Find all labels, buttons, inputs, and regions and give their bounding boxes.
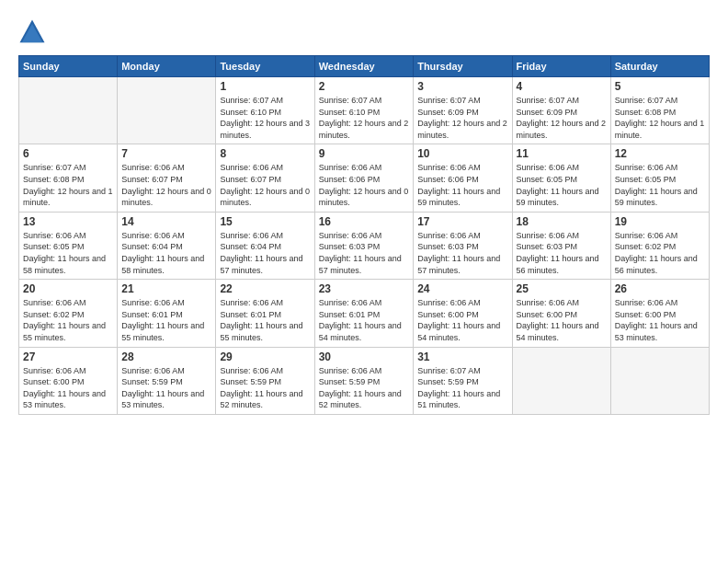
day-info: Sunrise: 6:07 AM Sunset: 6:08 PM Dayligh… (615, 95, 705, 141)
day-number: 27 (23, 350, 113, 363)
calendar-cell: 25Sunrise: 6:06 AM Sunset: 6:00 PM Dayli… (512, 280, 610, 347)
day-info: Sunrise: 6:06 AM Sunset: 6:00 PM Dayligh… (615, 297, 705, 343)
day-info: Sunrise: 6:07 AM Sunset: 6:08 PM Dayligh… (23, 162, 113, 208)
day-number: 26 (615, 282, 705, 295)
day-info: Sunrise: 6:06 AM Sunset: 6:03 PM Dayligh… (517, 230, 607, 276)
day-info: Sunrise: 6:06 AM Sunset: 6:01 PM Dayligh… (121, 297, 211, 343)
day-info: Sunrise: 6:06 AM Sunset: 6:03 PM Dayligh… (417, 230, 507, 276)
weekday-monday: Monday (118, 56, 216, 77)
day-number: 31 (417, 350, 507, 363)
day-number: 13 (23, 215, 113, 228)
day-info: Sunrise: 6:06 AM Sunset: 6:05 PM Dayligh… (615, 162, 705, 208)
calendar-cell: 17Sunrise: 6:06 AM Sunset: 6:03 PM Dayli… (414, 212, 512, 279)
day-info: Sunrise: 6:07 AM Sunset: 6:09 PM Dayligh… (417, 95, 507, 141)
day-info: Sunrise: 6:06 AM Sunset: 6:01 PM Dayligh… (319, 297, 409, 343)
calendar-cell: 10Sunrise: 6:06 AM Sunset: 6:06 PM Dayli… (414, 144, 512, 212)
day-info: Sunrise: 6:06 AM Sunset: 6:00 PM Dayligh… (517, 297, 607, 343)
day-info: Sunrise: 6:06 AM Sunset: 6:07 PM Dayligh… (220, 162, 310, 208)
week-row-3: 13Sunrise: 6:06 AM Sunset: 6:05 PM Dayli… (19, 212, 710, 279)
day-info: Sunrise: 6:06 AM Sunset: 6:00 PM Dayligh… (23, 365, 113, 411)
calendar-cell: 31Sunrise: 6:07 AM Sunset: 5:59 PM Dayli… (414, 347, 512, 414)
day-number: 10 (417, 147, 507, 160)
day-number: 1 (220, 80, 310, 93)
day-number: 2 (319, 80, 409, 93)
day-number: 30 (319, 350, 409, 363)
calendar-cell (19, 77, 118, 144)
day-info: Sunrise: 6:06 AM Sunset: 5:59 PM Dayligh… (121, 365, 211, 411)
day-number: 6 (23, 147, 113, 160)
calendar-cell: 3Sunrise: 6:07 AM Sunset: 6:09 PM Daylig… (414, 77, 512, 144)
calendar-cell: 20Sunrise: 6:06 AM Sunset: 6:02 PM Dayli… (19, 280, 118, 347)
day-info: Sunrise: 6:06 AM Sunset: 6:06 PM Dayligh… (417, 162, 507, 208)
weekday-thursday: Thursday (414, 56, 512, 77)
calendar-cell: 8Sunrise: 6:06 AM Sunset: 6:07 PM Daylig… (216, 144, 314, 212)
calendar-cell: 21Sunrise: 6:06 AM Sunset: 6:01 PM Dayli… (118, 280, 216, 347)
calendar-cell: 26Sunrise: 6:06 AM Sunset: 6:00 PM Dayli… (610, 280, 709, 347)
day-info: Sunrise: 6:07 AM Sunset: 6:10 PM Dayligh… (220, 95, 310, 141)
day-number: 24 (417, 282, 507, 295)
calendar-cell: 14Sunrise: 6:06 AM Sunset: 6:04 PM Dayli… (118, 212, 216, 279)
day-number: 9 (319, 147, 409, 160)
calendar-cell: 9Sunrise: 6:06 AM Sunset: 6:06 PM Daylig… (314, 144, 413, 212)
day-info: Sunrise: 6:06 AM Sunset: 6:05 PM Dayligh… (23, 230, 113, 276)
calendar-cell: 13Sunrise: 6:06 AM Sunset: 6:05 PM Dayli… (19, 212, 118, 279)
calendar-cell: 28Sunrise: 6:06 AM Sunset: 5:59 PM Dayli… (118, 347, 216, 414)
day-info: Sunrise: 6:06 AM Sunset: 6:07 PM Dayligh… (121, 162, 211, 208)
week-row-1: 1Sunrise: 6:07 AM Sunset: 6:10 PM Daylig… (19, 77, 710, 144)
day-number: 22 (220, 282, 310, 295)
calendar-cell: 1Sunrise: 6:07 AM Sunset: 6:10 PM Daylig… (216, 77, 314, 144)
calendar-cell: 4Sunrise: 6:07 AM Sunset: 6:09 PM Daylig… (512, 77, 610, 144)
day-number: 8 (220, 147, 310, 160)
calendar-cell: 7Sunrise: 6:06 AM Sunset: 6:07 PM Daylig… (118, 144, 216, 212)
day-number: 25 (517, 282, 607, 295)
calendar-cell: 5Sunrise: 6:07 AM Sunset: 6:08 PM Daylig… (610, 77, 709, 144)
day-info: Sunrise: 6:06 AM Sunset: 5:59 PM Dayligh… (319, 365, 409, 411)
calendar-cell: 29Sunrise: 6:06 AM Sunset: 5:59 PM Dayli… (216, 347, 314, 414)
day-number: 21 (121, 282, 211, 295)
weekday-header-row: SundayMondayTuesdayWednesdayThursdayFrid… (19, 56, 710, 77)
day-info: Sunrise: 6:06 AM Sunset: 6:05 PM Dayligh… (517, 162, 607, 208)
day-number: 5 (615, 80, 705, 93)
calendar-table: SundayMondayTuesdayWednesdayThursdayFrid… (18, 55, 710, 415)
logo-icon (18, 18, 46, 46)
calendar-cell: 27Sunrise: 6:06 AM Sunset: 6:00 PM Dayli… (19, 347, 118, 414)
day-info: Sunrise: 6:06 AM Sunset: 5:59 PM Dayligh… (220, 365, 310, 411)
day-info: Sunrise: 6:06 AM Sunset: 6:04 PM Dayligh… (121, 230, 211, 276)
day-number: 3 (417, 80, 507, 93)
calendar-cell (118, 77, 216, 144)
calendar-cell: 23Sunrise: 6:06 AM Sunset: 6:01 PM Dayli… (314, 280, 413, 347)
calendar-cell (512, 347, 610, 414)
weekday-wednesday: Wednesday (314, 56, 413, 77)
weekday-tuesday: Tuesday (216, 56, 314, 77)
logo (18, 18, 50, 46)
calendar-cell: 11Sunrise: 6:06 AM Sunset: 6:05 PM Dayli… (512, 144, 610, 212)
day-info: Sunrise: 6:06 AM Sunset: 6:06 PM Dayligh… (319, 162, 409, 208)
day-number: 11 (517, 147, 607, 160)
calendar-cell: 2Sunrise: 6:07 AM Sunset: 6:10 PM Daylig… (314, 77, 413, 144)
day-info: Sunrise: 6:07 AM Sunset: 6:09 PM Dayligh… (517, 95, 607, 141)
week-row-2: 6Sunrise: 6:07 AM Sunset: 6:08 PM Daylig… (19, 144, 710, 212)
calendar-cell (610, 347, 709, 414)
day-number: 18 (517, 215, 607, 228)
calendar-cell: 6Sunrise: 6:07 AM Sunset: 6:08 PM Daylig… (19, 144, 118, 212)
day-number: 15 (220, 215, 310, 228)
header (18, 14, 710, 46)
day-number: 23 (319, 282, 409, 295)
calendar-cell: 15Sunrise: 6:06 AM Sunset: 6:04 PM Dayli… (216, 212, 314, 279)
week-row-4: 20Sunrise: 6:06 AM Sunset: 6:02 PM Dayli… (19, 280, 710, 347)
day-number: 20 (23, 282, 113, 295)
day-info: Sunrise: 6:07 AM Sunset: 6:10 PM Dayligh… (319, 95, 409, 141)
calendar-cell: 12Sunrise: 6:06 AM Sunset: 6:05 PM Dayli… (610, 144, 709, 212)
day-number: 7 (121, 147, 211, 160)
day-info: Sunrise: 6:06 AM Sunset: 6:02 PM Dayligh… (23, 297, 113, 343)
day-number: 14 (121, 215, 211, 228)
calendar-page: SundayMondayTuesdayWednesdayThursdayFrid… (0, 0, 728, 563)
calendar-cell: 19Sunrise: 6:06 AM Sunset: 6:02 PM Dayli… (610, 212, 709, 279)
day-number: 17 (417, 215, 507, 228)
day-info: Sunrise: 6:06 AM Sunset: 6:00 PM Dayligh… (417, 297, 507, 343)
day-number: 28 (121, 350, 211, 363)
weekday-friday: Friday (512, 56, 610, 77)
day-number: 16 (319, 215, 409, 228)
calendar-cell: 16Sunrise: 6:06 AM Sunset: 6:03 PM Dayli… (314, 212, 413, 279)
calendar-cell: 30Sunrise: 6:06 AM Sunset: 5:59 PM Dayli… (314, 347, 413, 414)
